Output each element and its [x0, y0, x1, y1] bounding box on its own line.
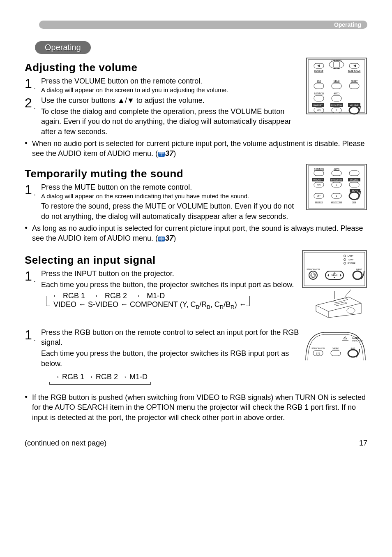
svg-text:POWER: POWER: [348, 262, 355, 265]
step-main-text: Use the cursor buttons ▲/▼ to adjust the…: [41, 95, 302, 105]
step-number: 1: [25, 76, 32, 91]
step-dot: .: [34, 83, 36, 91]
svg-text:1: 1: [336, 183, 337, 186]
ref-page: 37: [165, 234, 173, 242]
step-main-text: Press the MUTE button on the remote cont…: [41, 182, 302, 192]
step-sub-text: A dialog will appear on the screen indic…: [41, 192, 302, 200]
ref-page: 37: [165, 149, 173, 158]
svg-rect-18: [332, 95, 341, 101]
step-body-text: To close the dialog and complete the ope…: [41, 107, 302, 137]
svg-text:MY BUTTON: MY BUTTON: [331, 179, 342, 181]
svg-rect-12: [314, 83, 324, 89]
bullet-text-c: ): [173, 149, 176, 158]
step-dot: .: [34, 102, 36, 111]
bullet-text-a: When no audio port is selected for curre…: [32, 139, 364, 158]
bullet-volume-note: When no audio port is selected for curre…: [25, 139, 367, 159]
step-dot: .: [34, 189, 36, 197]
svg-text:KEYSTONE: KEYSTONE: [331, 201, 342, 204]
svg-text:ON: ON: [317, 109, 321, 111]
svg-point-64: [344, 258, 346, 260]
heading-selecting-input: Selecting an input signal: [25, 254, 298, 267]
svg-rect-35: [314, 171, 324, 176]
svg-text:ESC: ESC: [317, 80, 321, 82]
header-section: Operating: [334, 21, 361, 28]
svg-text:Push ENTER: Push ENTER: [332, 59, 341, 61]
step-body-text: To restore the sound, press the MUTE or …: [41, 201, 302, 221]
svg-text:FREEZE: FREEZE: [315, 201, 323, 204]
svg-text:VIDEO: VIDEO: [332, 347, 339, 350]
step-main-text: Press the RGB button on the remote contr…: [41, 327, 300, 348]
svg-text:MENU: MENU: [332, 274, 338, 276]
svg-text:1: 1: [336, 109, 337, 111]
step-mute-1: 1. Press the MUTE button on the remote c…: [25, 182, 302, 200]
svg-text:MENU: MENU: [334, 80, 340, 82]
svg-text:OFF: OFF: [317, 195, 321, 197]
step-main-text: Press the VOLUME button on the remote co…: [41, 76, 302, 86]
svg-text:MAGNIFY: MAGNIFY: [314, 179, 323, 181]
step-dot: .: [34, 334, 36, 343]
bullet-text-a: As long as no audio input is selected fo…: [32, 224, 363, 242]
page-number: 17: [359, 439, 367, 448]
svg-rect-3: [334, 61, 339, 68]
svg-text:ON: ON: [317, 183, 321, 186]
step-number: 1: [25, 182, 32, 197]
input-flow-diagram-1: → RGB 1 → RGB 2 → M1-D VIDEO ← S-VIDEO ←…: [49, 292, 298, 310]
bullet-text: If the RGB button is pushed (when switch…: [32, 393, 366, 422]
svg-point-75: [347, 308, 355, 313]
step-number: 1: [25, 269, 32, 284]
svg-rect-13: [332, 83, 341, 89]
heading-muting-sound: Temporarily muting the sound: [25, 167, 302, 180]
step-body-text: Each time you press the button, the proj…: [41, 280, 298, 290]
section-tab: Operating: [35, 41, 91, 54]
bullet-text-c: ): [173, 234, 176, 242]
step-volume-1: 1. Press the VOLUME button on the remote…: [25, 76, 302, 94]
step-number: 2: [25, 95, 32, 111]
svg-text:LAMP: LAMP: [348, 255, 353, 257]
svg-point-74: [353, 271, 362, 279]
remote-control-illustration-3: LASER INDICATOR STANDBY/ON VIDEO RGB: [304, 327, 367, 362]
svg-text:STANDBY/ON: STANDBY/ON: [311, 347, 325, 350]
step-select-1: 1. Press the INPUT button on the project…: [25, 269, 298, 278]
svg-text:INPUT: INPUT: [356, 268, 362, 271]
book-icon: [158, 234, 165, 244]
projector-illustration: LAMP TEMP POWER STANDBY/ON MENU INPUT: [302, 250, 367, 318]
svg-text:STANDBY/ON: STANDBY/ON: [307, 268, 320, 271]
svg-text:TEMP: TEMP: [348, 258, 354, 261]
heading-adjusting-volume: Adjusting the volume: [25, 61, 302, 74]
svg-text:POSITION: POSITION: [314, 92, 324, 95]
svg-point-62: [344, 255, 346, 257]
svg-rect-36: [332, 171, 341, 176]
svg-text:2: 2: [336, 195, 337, 197]
step-number: 1: [25, 327, 32, 343]
input-flow-diagram-2: → RGB 1 → RGB 2 → M1-D: [49, 372, 300, 382]
svg-rect-83: [331, 350, 341, 356]
svg-text:AUTO: AUTO: [334, 92, 339, 95]
step-dot: .: [34, 275, 36, 284]
svg-text:MAGNIFY: MAGNIFY: [314, 104, 323, 107]
svg-rect-37: [349, 171, 359, 176]
section-tab-label: Operating: [45, 43, 81, 52]
continued-text: (continued on next page): [25, 439, 106, 448]
step-volume-2: 2. Use the cursor buttons ▲/▼ to adjust …: [25, 95, 302, 105]
svg-text:MY BUTTON: MY BUTTON: [331, 104, 342, 107]
svg-text:POSITION: POSITION: [314, 168, 324, 170]
step-select-rgb: 1. Press the RGB button on the remote co…: [25, 327, 300, 348]
svg-text:PAGE DOWN: PAGE DOWN: [348, 70, 361, 72]
svg-rect-14: [349, 83, 359, 89]
svg-text:AUTO: AUTO: [334, 168, 339, 170]
svg-text:RESET: RESET: [351, 80, 358, 82]
remote-control-illustration-1: Push ENTER PAGE UP PAGE DOWN ESC MENU RE…: [306, 57, 367, 115]
svg-point-84: [348, 350, 358, 357]
svg-rect-17: [314, 95, 324, 101]
bullet-rgb-note: If the RGB button is pushed (when switch…: [25, 392, 367, 422]
step-main-text: Press the INPUT button on the projector.: [41, 269, 298, 278]
header-bar: Operating: [39, 21, 367, 29]
svg-text:PAGE UP: PAGE UP: [314, 70, 324, 72]
svg-text:VOLUME: VOLUME: [350, 179, 359, 181]
svg-text:SEA: SEA: [352, 201, 357, 204]
remote-control-illustration-2: POSITION AUTO MAGNIFY MY BUTTON VOLUME O…: [306, 163, 367, 211]
svg-text:INDICATOR: INDICATOR: [352, 339, 363, 342]
step-sub-text: A dialog will appear on the screen to ai…: [41, 86, 302, 94]
bullet-mute-note: As long as no audio input is selected fo…: [25, 223, 367, 244]
step-body-text: Each time you press the button, the proj…: [41, 348, 300, 369]
